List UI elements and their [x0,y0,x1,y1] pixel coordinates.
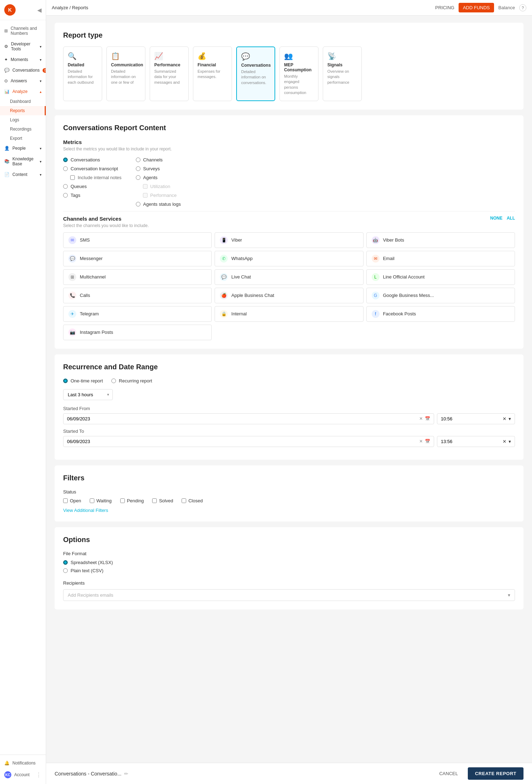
channel-facebook[interactable]: f Facebook Posts [366,306,515,322]
channel-sms[interactable]: ✉ SMS [63,232,212,248]
time-chevron-icon[interactable]: ▾ [509,439,511,444]
date-clear-icon[interactable]: ✕ [419,439,423,444]
sidebar-item-notifications[interactable]: 🔔 Notifications [0,758,46,768]
channel-viber[interactable]: 📱 Viber [215,232,363,248]
none-button[interactable]: NONE [490,216,503,221]
calendar-icon[interactable]: 📅 [425,416,430,421]
metric-transcript[interactable]: Conversation transcript [63,166,122,171]
started-to-time-input[interactable] [441,439,500,444]
sidebar-item-answers[interactable]: ⊙ Answers ▾ [0,76,46,86]
started-to-date-field[interactable]: ✕ 📅 [63,436,434,447]
filter-closed-checkbox[interactable] [182,498,186,503]
metric-surveys-radio[interactable] [136,166,140,171]
metric-tags-radio[interactable] [63,193,68,198]
filter-pending[interactable]: Pending [120,498,144,503]
filter-closed[interactable]: Closed [182,498,203,503]
metric-internal-notes[interactable]: Include internal notes [70,175,122,180]
recipients-field[interactable]: Add Recipients emails ▾ [63,589,515,601]
all-button[interactable]: ALL [507,216,515,221]
metric-surveys[interactable]: Surveys [136,166,181,171]
metric-queues[interactable]: Queues [63,184,122,189]
sidebar-item-dashboard[interactable]: Dashboard [0,97,46,106]
channel-live-chat[interactable]: 💬 Live Chat [215,269,363,285]
filter-pending-checkbox[interactable] [120,498,125,503]
add-funds-button[interactable]: ADD FUNDS [459,3,494,12]
sidebar-item-content[interactable]: 📄 Content ▾ [0,169,46,180]
time-clear-icon[interactable]: ✕ [503,439,506,444]
started-from-time-input[interactable] [441,416,500,421]
sidebar-item-knowledge[interactable]: 📚 Knowledge Base ▾ [0,154,46,169]
channel-telegram[interactable]: ✈ Telegram [63,306,212,322]
started-from-time-field[interactable]: ✕ ▾ [437,413,515,424]
sidebar-item-export[interactable]: Export [0,134,46,143]
metric-utilization[interactable]: Utilization [143,184,181,189]
metric-performance[interactable]: Performance [143,193,181,198]
filter-solved[interactable]: Solved [152,498,173,503]
metric-transcript-radio[interactable] [63,166,68,171]
sidebar-item-conversations[interactable]: 💬 Conversations 81 ▾ [0,65,46,76]
create-report-button[interactable]: CREATE REPORT [468,767,523,780]
channel-calls[interactable]: 📞 Calls [63,288,212,303]
report-type-detailed[interactable]: 🔍 Detailed Detailed information for each… [63,46,102,101]
report-type-performance[interactable]: 📈 Performance Summarized data for your m… [150,46,189,101]
sidebar-item-reports[interactable]: Reports [0,106,46,115]
filter-solved-checkbox[interactable] [152,498,157,503]
metric-agent-status-radio[interactable] [136,202,140,206]
metric-channels[interactable]: Channels [136,157,181,162]
report-type-signals[interactable]: 📡 Signals Overview on signals performanc… [323,46,362,101]
one-time-report-option[interactable]: One-time report [63,378,103,383]
format-xlsx[interactable]: Spreadsheet (XLSX) [63,560,515,565]
one-time-radio[interactable] [63,379,68,383]
sidebar-item-channels[interactable]: ⊞ Channels and Numbers [0,23,46,39]
channel-multichannel[interactable]: ⊞ Multichannel [63,269,212,285]
time-clear-icon[interactable]: ✕ [503,416,506,421]
time-chevron-icon[interactable]: ▾ [509,416,511,421]
time-range-select[interactable]: Last 3 hours Last 24 hours Last 7 days C… [63,389,113,400]
channel-instagram[interactable]: 📷 Instagram Posts [63,325,212,340]
channel-messenger[interactable]: 💬 Messenger [63,251,212,266]
metric-queues-radio[interactable] [63,184,68,189]
channel-google[interactable]: G Google Business Mess... [366,288,515,303]
channel-abc[interactable]: 🍎 Apple Business Chat [215,288,363,303]
view-additional-filters-link[interactable]: View Additional Filters [63,508,108,513]
started-to-time-field[interactable]: ✕ ▾ [437,436,515,447]
recurring-radio[interactable] [111,379,116,383]
started-to-date-input[interactable] [67,439,417,444]
report-type-conversations[interactable]: 💬 Conversations Detailed information on … [236,46,275,101]
cancel-button[interactable]: CANCEL [433,768,464,779]
report-type-mep[interactable]: 👥 MEP Consumption Monthly engaged person… [279,46,318,101]
edit-report-name-icon[interactable]: ✏ [124,771,128,777]
format-csv[interactable]: Plain text (CSV) [63,568,515,573]
channel-email[interactable]: ✉ Email [366,251,515,266]
filter-waiting-checkbox[interactable] [90,498,94,503]
metric-agents-radio[interactable] [136,175,140,180]
sidebar-item-account[interactable]: KC Account ⋮ [0,768,46,781]
sidebar-item-people[interactable]: 👤 People ▾ [0,143,46,154]
report-type-communication[interactable]: 📋 Communication Detailed information on … [106,46,145,101]
sidebar-item-analyze[interactable]: 📊 Analyze ▴ [0,86,46,97]
metric-agents[interactable]: Agents [136,175,181,180]
started-from-date-field[interactable]: ✕ 📅 [63,413,434,424]
metric-agent-status[interactable]: Agents status logs [136,201,181,207]
pricing-button[interactable]: PRICING [435,5,454,10]
metric-tags[interactable]: Tags [63,193,122,198]
filter-open[interactable]: Open [63,498,81,503]
filter-open-checkbox[interactable] [63,498,68,503]
metric-conversations[interactable]: Conversations [63,157,122,162]
sidebar-toggle-button[interactable]: ◀ [37,7,41,13]
sidebar-item-logs[interactable]: Logs [0,115,46,125]
channel-line[interactable]: L Line Official Account [366,269,515,285]
format-xlsx-radio[interactable] [63,560,68,565]
date-clear-icon[interactable]: ✕ [419,416,423,421]
channel-whatsapp[interactable]: ✆ WhatsApp [215,251,363,266]
sidebar-item-recordings[interactable]: Recordings [0,125,46,134]
format-csv-radio[interactable] [63,568,68,573]
help-button[interactable]: ? [519,4,526,11]
sidebar-item-developer[interactable]: ⚙ Developer Tools ▾ [0,39,46,54]
channel-internal[interactable]: 🔒 Internal [215,306,363,322]
filter-waiting[interactable]: Waiting [90,498,112,503]
sidebar-item-moments[interactable]: ✦ Moments ▾ [0,54,46,65]
started-from-date-input[interactable] [67,416,417,421]
more-icon[interactable]: ⋮ [36,772,41,778]
recurring-report-option[interactable]: Recurring report [111,378,152,383]
